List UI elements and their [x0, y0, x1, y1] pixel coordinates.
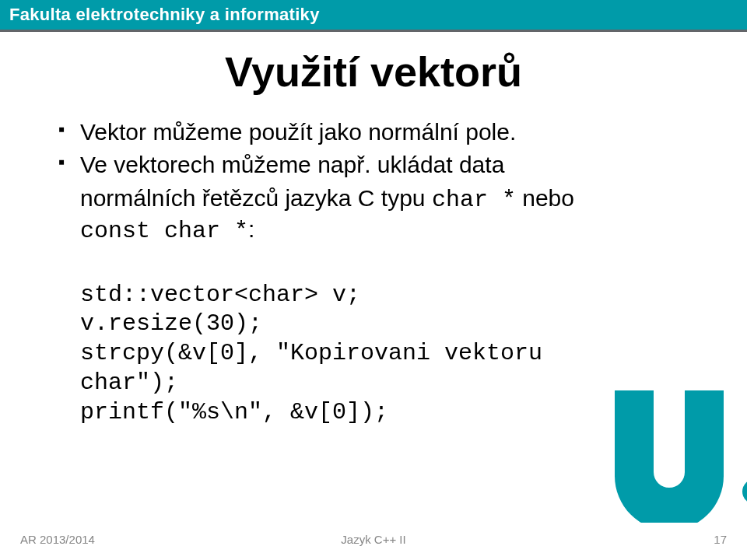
text-run: : [248, 216, 254, 242]
footer-center: Jazyk C++ II [341, 533, 405, 546]
logo-icon [591, 390, 747, 523]
svg-point-0 [742, 479, 747, 504]
text-run: nebo [516, 185, 574, 211]
slide-title: Využití vektorů [58, 47, 689, 96]
code-inline: char * [432, 187, 516, 213]
bullet-continuation: const char *: [58, 215, 689, 246]
code-inline: const char * [80, 218, 248, 244]
bullet-list: Vektor můžeme použít jako normální pole.… [58, 117, 689, 180]
slide-content: Využití vektorů Vektor můžeme použít jak… [0, 32, 747, 428]
footer-left: AR 2013/2014 [20, 533, 95, 546]
footer: AR 2013/2014 Jazyk C++ II 17 [0, 529, 747, 549]
text-run: normálních řetězců jazyka C typu [80, 185, 432, 211]
bullet-item: Ve vektorech můžeme např. ukládat data [58, 150, 689, 180]
header-bar: Fakulta elektrotechniky a informatiky [0, 0, 747, 30]
bullet-item: Vektor můžeme použít jako normální pole. [58, 117, 689, 147]
footer-page-number: 17 [714, 533, 727, 546]
bullet-continuation: normálních řetězců jazyka C typu char * … [58, 184, 689, 215]
header-title: Fakulta elektrotechniky a informatiky [9, 5, 320, 25]
